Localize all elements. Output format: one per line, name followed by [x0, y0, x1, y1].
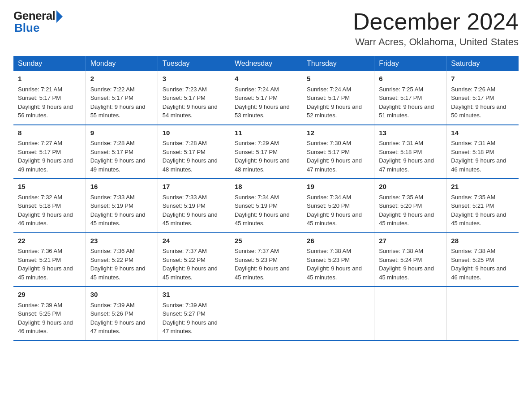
day-info: Sunrise: 7:36 AMSunset: 5:22 PMDaylight:…: [90, 248, 146, 281]
day-number: 1: [18, 74, 81, 84]
day-info: Sunrise: 7:25 AMSunset: 5:17 PMDaylight:…: [379, 86, 434, 119]
logo-triangle-icon: [56, 10, 63, 23]
calendar-cell: 8 Sunrise: 7:27 AMSunset: 5:17 PMDayligh…: [13, 125, 86, 179]
day-info: Sunrise: 7:35 AMSunset: 5:20 PMDaylight:…: [379, 194, 434, 227]
day-info: Sunrise: 7:22 AMSunset: 5:17 PMDaylight:…: [90, 86, 146, 119]
day-number: 4: [235, 74, 297, 84]
calendar-cell: 31 Sunrise: 7:39 AMSunset: 5:27 PMDaylig…: [158, 287, 230, 341]
day-of-week-wednesday: Wednesday: [230, 56, 302, 71]
calendar-cell: 5 Sunrise: 7:24 AMSunset: 5:17 PMDayligh…: [302, 71, 374, 125]
calendar-cell: [302, 287, 374, 341]
day-number: 18: [235, 182, 297, 192]
calendar-week-row: 8 Sunrise: 7:27 AMSunset: 5:17 PMDayligh…: [13, 125, 519, 179]
day-info: Sunrise: 7:33 AMSunset: 5:19 PMDaylight:…: [90, 194, 146, 227]
calendar-cell: 22 Sunrise: 7:36 AMSunset: 5:21 PMDaylig…: [13, 233, 86, 287]
day-info: Sunrise: 7:33 AMSunset: 5:19 PMDaylight:…: [163, 194, 218, 227]
day-info: Sunrise: 7:39 AMSunset: 5:25 PMDaylight:…: [18, 302, 73, 335]
day-info: Sunrise: 7:32 AMSunset: 5:18 PMDaylight:…: [18, 194, 73, 227]
calendar-cell: 30 Sunrise: 7:39 AMSunset: 5:26 PMDaylig…: [86, 287, 158, 341]
calendar-cell: 9 Sunrise: 7:28 AMSunset: 5:17 PMDayligh…: [86, 125, 158, 179]
day-number: 31: [163, 290, 225, 300]
day-number: 16: [90, 182, 153, 192]
day-number: 13: [379, 128, 442, 138]
day-number: 8: [18, 128, 81, 138]
day-number: 22: [18, 236, 81, 246]
day-of-week-saturday: Saturday: [446, 56, 519, 71]
day-info: Sunrise: 7:23 AMSunset: 5:17 PMDaylight:…: [163, 86, 218, 119]
calendar-cell: 1 Sunrise: 7:21 AMSunset: 5:17 PMDayligh…: [13, 71, 86, 125]
day-of-week-thursday: Thursday: [302, 56, 374, 71]
calendar-cell: 11 Sunrise: 7:29 AMSunset: 5:17 PMDaylig…: [230, 125, 302, 179]
day-info: Sunrise: 7:29 AMSunset: 5:17 PMDaylight:…: [235, 140, 290, 173]
day-number: 30: [90, 290, 153, 300]
day-number: 23: [90, 236, 153, 246]
day-info: Sunrise: 7:38 AMSunset: 5:23 PMDaylight:…: [307, 248, 362, 281]
day-number: 5: [307, 74, 369, 84]
calendar-week-row: 22 Sunrise: 7:36 AMSunset: 5:21 PMDaylig…: [13, 233, 519, 287]
logo: General Blue: [13, 9, 63, 35]
day-info: Sunrise: 7:38 AMSunset: 5:24 PMDaylight:…: [379, 248, 434, 281]
day-info: Sunrise: 7:28 AMSunset: 5:17 PMDaylight:…: [163, 140, 218, 173]
calendar-cell: [374, 287, 446, 341]
calendar-cell: [230, 287, 302, 341]
day-info: Sunrise: 7:39 AMSunset: 5:27 PMDaylight:…: [163, 302, 218, 335]
calendar-cell: 21 Sunrise: 7:35 AMSunset: 5:21 PMDaylig…: [446, 179, 519, 233]
day-info: Sunrise: 7:31 AMSunset: 5:18 PMDaylight:…: [379, 140, 434, 173]
calendar-week-row: 15 Sunrise: 7:32 AMSunset: 5:18 PMDaylig…: [13, 179, 519, 233]
day-number: 26: [307, 236, 369, 246]
calendar-cell: 12 Sunrise: 7:30 AMSunset: 5:17 PMDaylig…: [302, 125, 374, 179]
day-of-week-friday: Friday: [374, 56, 446, 71]
calendar-cell: 2 Sunrise: 7:22 AMSunset: 5:17 PMDayligh…: [86, 71, 158, 125]
calendar-cell: 28 Sunrise: 7:38 AMSunset: 5:25 PMDaylig…: [446, 233, 519, 287]
title-block: December 2024 Warr Acres, Oklahoma, Unit…: [353, 9, 519, 48]
day-number: 11: [235, 128, 297, 138]
calendar-week-row: 1 Sunrise: 7:21 AMSunset: 5:17 PMDayligh…: [13, 71, 519, 125]
day-info: Sunrise: 7:24 AMSunset: 5:17 PMDaylight:…: [235, 86, 290, 119]
calendar-cell: 24 Sunrise: 7:37 AMSunset: 5:22 PMDaylig…: [158, 233, 230, 287]
day-number: 29: [18, 290, 81, 300]
day-number: 21: [451, 182, 514, 192]
day-number: 7: [451, 74, 514, 84]
calendar-cell: 16 Sunrise: 7:33 AMSunset: 5:19 PMDaylig…: [86, 179, 158, 233]
calendar-header-row: SundayMondayTuesdayWednesdayThursdayFrid…: [13, 56, 519, 71]
day-number: 28: [451, 236, 514, 246]
day-info: Sunrise: 7:39 AMSunset: 5:26 PMDaylight:…: [90, 302, 146, 335]
page-header: General Blue December 2024 Warr Acres, O…: [13, 9, 519, 48]
day-info: Sunrise: 7:37 AMSunset: 5:22 PMDaylight:…: [163, 248, 218, 281]
calendar-cell: 26 Sunrise: 7:38 AMSunset: 5:23 PMDaylig…: [302, 233, 374, 287]
day-info: Sunrise: 7:34 AMSunset: 5:20 PMDaylight:…: [307, 194, 362, 227]
calendar-cell: 15 Sunrise: 7:32 AMSunset: 5:18 PMDaylig…: [13, 179, 86, 233]
day-info: Sunrise: 7:31 AMSunset: 5:18 PMDaylight:…: [451, 140, 506, 173]
calendar-cell: 25 Sunrise: 7:37 AMSunset: 5:23 PMDaylig…: [230, 233, 302, 287]
day-info: Sunrise: 7:28 AMSunset: 5:17 PMDaylight:…: [90, 140, 146, 173]
day-number: 27: [379, 236, 442, 246]
calendar-cell: 29 Sunrise: 7:39 AMSunset: 5:25 PMDaylig…: [13, 287, 86, 341]
day-number: 2: [90, 74, 153, 84]
day-number: 20: [379, 182, 442, 192]
day-info: Sunrise: 7:21 AMSunset: 5:17 PMDaylight:…: [18, 86, 73, 119]
day-number: 10: [163, 128, 225, 138]
calendar-cell: 17 Sunrise: 7:33 AMSunset: 5:19 PMDaylig…: [158, 179, 230, 233]
day-info: Sunrise: 7:38 AMSunset: 5:25 PMDaylight:…: [451, 248, 506, 281]
calendar-cell: 13 Sunrise: 7:31 AMSunset: 5:18 PMDaylig…: [374, 125, 446, 179]
calendar-cell: 10 Sunrise: 7:28 AMSunset: 5:17 PMDaylig…: [158, 125, 230, 179]
day-info: Sunrise: 7:37 AMSunset: 5:23 PMDaylight:…: [235, 248, 290, 281]
day-number: 15: [18, 182, 81, 192]
logo-blue-text: Blue: [13, 21, 39, 35]
calendar-cell: 18 Sunrise: 7:34 AMSunset: 5:19 PMDaylig…: [230, 179, 302, 233]
day-number: 19: [307, 182, 369, 192]
day-number: 14: [451, 128, 514, 138]
month-title: December 2024: [353, 9, 519, 34]
location-subtitle: Warr Acres, Oklahoma, United States: [353, 36, 519, 48]
day-info: Sunrise: 7:26 AMSunset: 5:17 PMDaylight:…: [451, 86, 506, 119]
day-number: 9: [90, 128, 153, 138]
day-number: 6: [379, 74, 442, 84]
calendar-cell: 23 Sunrise: 7:36 AMSunset: 5:22 PMDaylig…: [86, 233, 158, 287]
day-info: Sunrise: 7:24 AMSunset: 5:17 PMDaylight:…: [307, 86, 362, 119]
calendar-cell: 6 Sunrise: 7:25 AMSunset: 5:17 PMDayligh…: [374, 71, 446, 125]
calendar-cell: 19 Sunrise: 7:34 AMSunset: 5:20 PMDaylig…: [302, 179, 374, 233]
day-of-week-tuesday: Tuesday: [158, 56, 230, 71]
day-number: 17: [163, 182, 225, 192]
day-number: 12: [307, 128, 369, 138]
calendar-week-row: 29 Sunrise: 7:39 AMSunset: 5:25 PMDaylig…: [13, 287, 519, 341]
